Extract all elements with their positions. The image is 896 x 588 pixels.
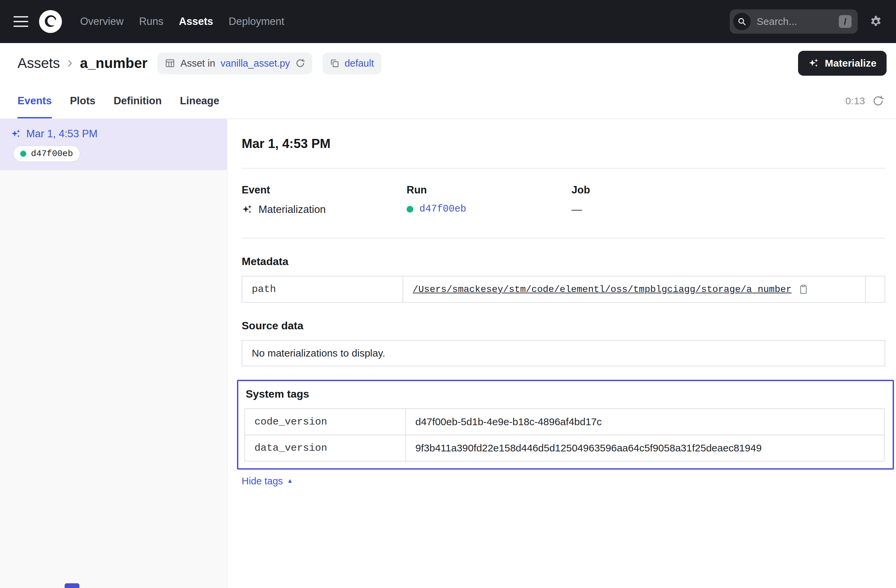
metadata-heading: Metadata [242,255,885,268]
nav-item-deployment[interactable]: Deployment [229,15,284,27]
hide-tags-link[interactable]: Hide tags ▲ [242,476,293,487]
copy-icon [330,59,339,68]
event-timestamp: Mar 1, 4:53 PM [26,128,98,140]
run-status-dot [407,206,413,213]
search-input[interactable]: Search... / [730,9,858,33]
settings-gear-icon[interactable] [869,15,882,28]
tag-value: 9f3b411a390fd22e158d446d5d12504963596aa6… [405,435,884,461]
materialize-button-label: Materialize [825,58,876,69]
event-column-label: Event [242,184,407,196]
run-status-dot [20,151,26,157]
system-tags-heading: System tags [246,388,885,400]
asset-definition-badge[interactable]: Asset in vanilla_asset.py [157,52,312,74]
search-placeholder: Search... [757,16,797,27]
job-value: — [571,204,590,216]
tab-events[interactable]: Events [17,84,52,119]
dagster-logo-icon[interactable] [39,10,62,33]
source-data-heading: Source data [242,319,885,332]
page-header: Assets › a_number Asset in vanilla_asset… [0,43,896,84]
event-type-value: Materialization [259,204,326,216]
nav-item-assets[interactable]: Assets [179,15,213,27]
tab-definition[interactable]: Definition [113,84,162,119]
search-shortcut-key: / [839,15,852,28]
refresh-icon[interactable] [872,95,884,106]
breadcrumb: Assets › a_number [17,55,148,71]
metadata-table: path /Users/smackesey/stm/code/elementl/… [242,276,885,303]
page-title: a_number [80,55,148,71]
materialization-icon [242,204,253,215]
asset-file-link[interactable]: vanilla_asset.py [221,58,290,69]
dagster-app: Overview Runs Assets Deployment Search..… [0,0,896,588]
hide-tags-label: Hide tags [242,476,283,487]
chevron-right-icon: › [67,54,72,70]
metadata-actions-cell [866,276,885,302]
system-tag-row: code_version d47f00eb-5d1b-4e9e-b18c-489… [245,409,884,435]
tag-key: code_version [245,409,405,435]
reload-definition-icon[interactable] [296,59,305,68]
job-column-label: Job [571,184,590,196]
caret-up-icon: ▲ [287,478,293,484]
run-id-link[interactable]: d47f00eb [419,204,466,214]
repository-badge[interactable]: default [323,52,381,74]
offscreen-focus-indicator [65,583,79,588]
event-summary-columns: Event Materialization Run d47f00eb [242,184,885,216]
run-column-label: Run [407,184,571,196]
tag-value: d47f00eb-5d1b-4e9e-b18c-4896af4bd17c [405,409,884,435]
sparkle-icon [808,58,819,68]
materialize-button[interactable]: Materialize [798,51,887,76]
asset-badge-prefix: Asset in [180,58,215,69]
system-tags-section: System tags code_version d47f00eb-5d1b-4… [237,380,894,469]
event-heading: Mar 1, 4:53 PM [242,137,885,151]
system-tags-table: code_version d47f00eb-5d1b-4e9e-b18c-489… [244,409,885,462]
source-data-empty-message: No materializations to display. [242,340,885,366]
table-icon [165,58,175,68]
nav-item-runs[interactable]: Runs [139,15,163,27]
event-list-sidebar: Mar 1, 4:53 PM d47f00eb [0,119,227,588]
event-detail-panel: Mar 1, 4:53 PM Event Materialization Run [227,119,896,588]
path-link[interactable]: /Users/smackesey/stm/code/elementl/oss/t… [413,284,792,295]
event-list-item[interactable]: Mar 1, 4:53 PM d47f00eb [0,119,227,170]
materialization-icon [11,129,21,139]
tab-plots[interactable]: Plots [70,84,96,119]
refresh-timer: 0:13 [846,95,865,106]
tab-lineage[interactable]: Lineage [180,84,219,119]
menu-icon[interactable] [14,16,28,27]
system-tag-row: data_version 9f3b411a390fd22e158d446d5d1… [245,435,884,461]
metadata-row: path /Users/smackesey/stm/code/elementl/… [242,276,885,302]
nav-item-overview[interactable]: Overview [80,15,123,27]
run-id-text: d47f00eb [31,149,73,159]
main-nav: Overview Runs Assets Deployment [80,15,284,27]
search-icon [733,13,751,30]
repo-default-link[interactable]: default [345,58,374,69]
clipboard-copy-icon[interactable] [798,284,809,294]
top-nav-bar: Overview Runs Assets Deployment Search..… [0,0,896,43]
tag-key: data_version [245,435,405,461]
breadcrumb-assets-link[interactable]: Assets [17,55,60,71]
run-id-pill: d47f00eb [14,146,80,161]
tab-bar: Events Plots Definition Lineage 0:13 [0,84,896,119]
metadata-key: path [242,276,403,302]
